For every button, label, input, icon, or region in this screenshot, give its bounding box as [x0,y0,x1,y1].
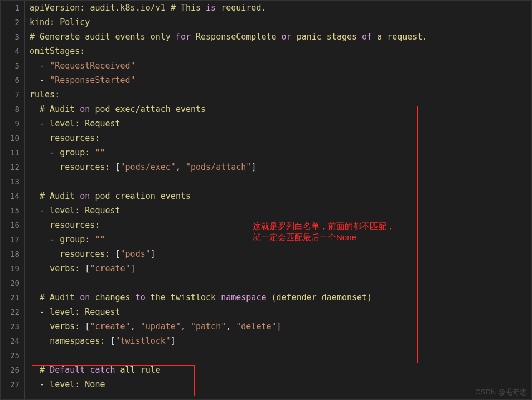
token-text: (defender daemonset) [266,292,372,303]
line-number: 10 [1,131,24,145]
line-number-gutter: 1234567891011121314151617181920212223242… [1,1,25,399]
code-line[interactable]: # Audit on pod exec/attach events [24,102,531,116]
token-text: # Audit [40,191,80,201]
token-punc [80,206,85,216]
token-punc: ] [251,162,256,172]
code-line[interactable]: verbs: ["create", "update", "patch", "de… [24,319,531,334]
token-kw: Default [50,365,85,375]
code-line[interactable]: resources: ["pods/exec", "pods/attach"] [24,160,531,174]
line-number: 9 [1,116,24,131]
token-key: apiVersion: [30,3,85,13]
code-line[interactable]: resources: [24,218,531,232]
token-punc: - [30,206,50,216]
code-line[interactable] [24,348,531,363]
code-line[interactable]: apiVersion: audit.k8s.io/v1 # This is re… [24,1,531,15]
token-text: changes [90,292,135,303]
token-punc [30,133,50,143]
code-line[interactable]: omitStages: [24,44,531,58]
token-punc [30,104,40,114]
token-punc: - [30,379,50,389]
code-line[interactable]: - "RequestReceived" [24,58,531,73]
code-line[interactable] [24,174,531,189]
token-punc: ] [171,336,176,346]
token-punc [30,321,50,331]
token-str: "patch" [191,321,226,331]
token-text: a request. [372,32,427,42]
code-line[interactable]: resources: ["pods"] [24,247,531,261]
line-number: 1 [1,1,24,15]
token-punc: , [226,321,236,331]
token-text: all rule [115,365,161,375]
token-key: resources: [60,162,110,172]
code-line[interactable]: - group: "" [24,145,531,160]
token-str: "create" [90,264,130,274]
token-kw: on [80,104,90,114]
token-text: # [40,365,50,375]
token-text: panic stages [292,32,362,42]
code-line[interactable]: rules: [24,87,531,102]
token-text: required. [216,3,266,13]
line-number: 5 [1,58,24,73]
code-line[interactable]: verbs: ["create"] [24,261,531,276]
token-key: level: [50,307,80,317]
token-key: level: [50,379,80,389]
token-punc: ] [277,321,282,331]
line-number: 26 [1,363,24,377]
code-line[interactable]: - level: Request [24,305,531,319]
token-text: audit.k8s.io/v1 [90,3,171,13]
token-kw: for [176,32,191,42]
token-kw: on [80,191,90,201]
code-line[interactable]: namespaces: ["twistlock"] [24,334,531,348]
token-punc [30,264,50,274]
code-editor[interactable]: 1234567891011121314151617181920212223242… [0,0,532,400]
code-line[interactable]: - "ResponseStarted" [24,73,531,87]
line-number: 27 [1,377,24,392]
code-line[interactable]: # Audit on changes to the twistlock name… [24,290,531,305]
token-kw: namespace [221,292,266,303]
token-text: # Audit [40,104,80,114]
code-line[interactable]: - group: "" [24,232,531,247]
code-line[interactable]: # Generate audit events only for Respons… [24,30,531,44]
token-text: # Generate audit events only [30,32,176,42]
token-key: group: [60,148,90,158]
code-line[interactable]: kind: Policy [24,15,531,30]
token-kw: of [362,32,372,42]
token-punc: , [130,321,141,331]
token-punc [80,119,85,129]
token-punc [30,292,40,303]
token-str: "pods/attach" [186,162,251,172]
token-punc: - [30,307,50,317]
token-punc: , [181,321,191,331]
code-line[interactable] [24,276,531,290]
line-number: 14 [1,189,24,203]
token-key: resources: [50,220,100,230]
token-punc [30,220,50,230]
token-str: "delete" [236,321,276,331]
line-number: 24 [1,334,24,348]
token-punc: - [30,61,50,71]
line-number: 22 [1,305,24,319]
code-line[interactable]: # Audit on pod creation events [24,189,531,203]
code-line[interactable]: - level: Request [24,116,531,131]
token-str: "create" [90,321,130,331]
code-line[interactable]: # Default catch all rule [24,363,531,377]
line-number: 8 [1,102,24,116]
code-line[interactable]: - level: Request [24,203,531,218]
line-number: 12 [1,160,24,174]
token-punc: - [30,119,50,129]
token-kw: catch [90,365,115,375]
line-number: 21 [1,290,24,305]
line-number: 6 [1,73,24,87]
token-str: "RequestReceived" [50,61,136,71]
token-punc: ] [130,264,136,274]
code-content-area[interactable]: apiVersion: audit.k8s.io/v1 # This is re… [24,1,531,399]
token-punc: [ [80,321,90,331]
code-line[interactable]: resources: [24,131,531,145]
line-number: 25 [1,348,24,363]
line-number: 7 [1,87,24,102]
code-line[interactable]: - level: None [24,377,531,392]
token-punc: ] [151,249,156,259]
line-number: 3 [1,30,24,44]
token-key: group: [60,235,90,245]
line-number: 13 [1,174,24,189]
